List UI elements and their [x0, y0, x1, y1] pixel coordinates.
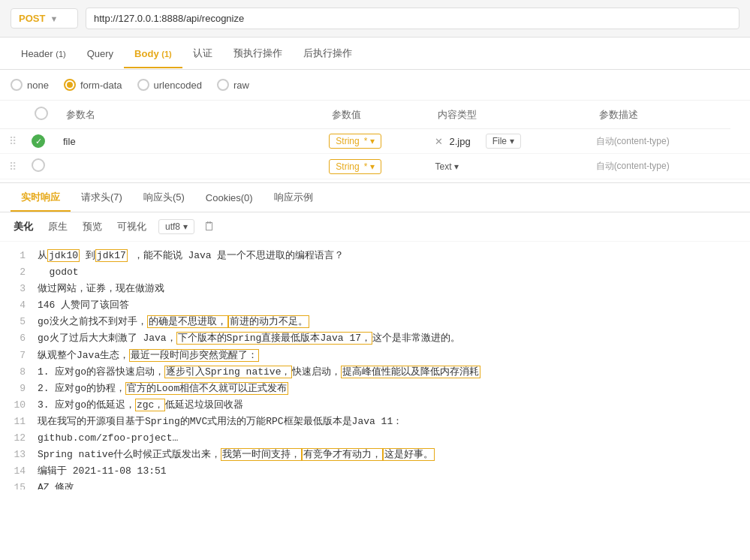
response-tabs: 实时响应 请求头(7) 响应头(5) Cookies(0) 响应示例	[0, 183, 750, 212]
rtab-realtime[interactable]: 实时响应	[11, 183, 71, 212]
code-line-15: 15 AZ 修改	[11, 480, 739, 489]
row2-desc-cell	[730, 154, 750, 179]
col-param-value: 参数值	[323, 101, 429, 129]
tab-header-label: Header	[21, 48, 56, 59]
table-row: ⠿ ✓ String * ▾ ✕ 2.jpg	[0, 129, 750, 154]
method-dropdown-arrow: ▼	[50, 14, 58, 23]
radio-urlencoded-circle	[137, 79, 149, 91]
method-label: POST	[19, 13, 45, 24]
row1-file-name: 2.jpg	[449, 136, 470, 147]
row1-file-arrow: ▾	[510, 136, 514, 146]
row1-type-label: String	[336, 136, 359, 146]
url-bar: POST ▼	[0, 0, 750, 38]
row1-file-remove[interactable]: ✕	[435, 136, 443, 147]
code-line-1: 1 从jdk10 到jdk17 ，能不能说 Java 是一个不思进取的编程语言？	[11, 248, 739, 264]
method-select[interactable]: POST ▼	[11, 8, 78, 29]
tab-body-badge: (1)	[161, 50, 171, 59]
row1-checkbox[interactable]: ✓	[26, 129, 57, 154]
row2-type-label: String	[336, 161, 359, 172]
row1-name-cell	[57, 129, 323, 154]
row1-required-star: *	[364, 136, 368, 146]
params-section: 参数名 参数值 内容类型 参数描述 ⠿ ✓ String *	[0, 101, 750, 179]
select-all-checkbox[interactable]	[35, 107, 48, 120]
code-line-6: 6 go火了过后大大刺激了 Java，下个版本的Spring直接最低版本Java…	[11, 330, 739, 347]
response-section: 实时响应 请求头(7) 响应头(5) Cookies(0) 响应示例 美化 原生…	[0, 182, 750, 489]
rtab-example[interactable]: 响应示例	[264, 183, 324, 212]
tab-body[interactable]: Body (1)	[124, 39, 182, 68]
code-area: 1 从jdk10 到jdk17 ，能不能说 Java 是一个不思进取的编程语言？…	[0, 242, 750, 489]
fmt-encoding-select[interactable]: utf8 ▾	[158, 219, 194, 234]
fmt-raw[interactable]: 原生	[45, 218, 71, 235]
fmt-copy-button[interactable]: 🗒	[203, 220, 215, 233]
tab-header-badge: (1)	[56, 50, 65, 59]
tab-post-exec[interactable]: 后执行操作	[293, 38, 363, 69]
fmt-beautify[interactable]: 美化	[11, 218, 36, 235]
row2-value-cell: Text ▾	[429, 154, 589, 179]
row1-file-badge: ✕ 2.jpg File ▾	[435, 134, 521, 149]
code-line-10: 10 3. 应对go的低延迟，zgc，低延迟垃圾回收器	[11, 397, 739, 414]
row2-name-input[interactable]	[63, 161, 213, 172]
row1-content-type: 自动(content-type)	[596, 136, 670, 146]
row2-text-select[interactable]: Text ▾	[435, 161, 459, 172]
tab-auth-label: 认证	[193, 47, 212, 59]
row1-value-cell: ✕ 2.jpg File ▾	[429, 129, 589, 154]
format-bar: 美化 原生 预览 可视化 utf8 ▾ 🗒	[0, 212, 750, 242]
rtab-cookies-label: Cookies(0)	[206, 192, 253, 203]
request-tabs: Header (1) Query Body (1) 认证 预执行操作 后执行操作	[0, 38, 750, 70]
drag-handle-1[interactable]: ⠿	[0, 129, 26, 154]
row1-desc-cell	[730, 129, 750, 154]
radio-urlencoded[interactable]: urlencoded	[137, 79, 202, 91]
row2-type-badge[interactable]: String * ▾	[329, 159, 381, 174]
code-line-3: 3 做过网站，证券，现在做游戏	[11, 281, 739, 297]
rtab-request-headers-label: 请求头(7)	[81, 191, 122, 203]
row1-file-select[interactable]: File ▾	[486, 134, 521, 149]
row2-content-type-cell: 自动(content-type)	[590, 154, 730, 179]
row2-type-arrow: ▾	[370, 161, 375, 172]
radio-raw-circle	[217, 79, 229, 91]
row1-type-arrow: ▾	[370, 136, 375, 146]
rtab-request-headers[interactable]: 请求头(7)	[71, 183, 133, 212]
radio-none[interactable]: none	[11, 79, 49, 91]
col-param-name: 参数名	[57, 101, 323, 129]
table-row: ⠿ String * ▾ Text ▾	[0, 154, 750, 179]
drag-handle-2[interactable]: ⠿	[0, 154, 26, 179]
radio-none-label: none	[27, 80, 49, 91]
rtab-cookies[interactable]: Cookies(0)	[195, 185, 264, 211]
row1-check-icon: ✓	[32, 134, 45, 148]
radio-urlencoded-label: urlencoded	[154, 80, 202, 91]
rtab-realtime-label: 实时响应	[21, 191, 60, 203]
col-drag	[0, 101, 26, 129]
row2-checkbox[interactable]	[26, 154, 57, 179]
row2-text-label: Text	[435, 161, 451, 172]
body-type-row: none form-data urlencoded raw	[0, 70, 750, 101]
fmt-encoding-label: utf8	[165, 221, 180, 232]
code-line-5: 5 go没火之前找不到对手，的确是不思进取，前进的动力不足。	[11, 314, 739, 330]
tab-query-label: Query	[87, 48, 113, 59]
radio-raw[interactable]: raw	[217, 79, 249, 91]
code-line-8: 8 1. 应对go的容器快速启动，逐步引入Spring native，快速启动，…	[11, 364, 739, 381]
radio-formdata-circle	[64, 79, 76, 91]
tab-body-label: Body	[134, 48, 161, 59]
tab-auth[interactable]: 认证	[182, 38, 223, 69]
rtab-response-headers[interactable]: 响应头(5)	[133, 183, 195, 212]
code-line-9: 9 2. 应对go的协程，官方的Loom相信不久就可以正式发布	[11, 381, 739, 397]
fmt-preview[interactable]: 预览	[80, 218, 105, 235]
fmt-visual[interactable]: 可视化	[114, 218, 149, 235]
radio-formdata[interactable]: form-data	[64, 79, 122, 91]
radio-none-circle	[11, 79, 23, 91]
code-line-2: 2 godot	[11, 264, 739, 281]
radio-formdata-label: form-data	[80, 80, 122, 91]
radio-raw-label: raw	[233, 80, 249, 91]
tab-query[interactable]: Query	[77, 39, 124, 68]
col-description: 参数描述	[590, 101, 730, 129]
row1-name-input[interactable]	[63, 136, 213, 147]
url-input[interactable]	[86, 8, 739, 29]
rtab-response-headers-label: 响应头(5)	[143, 191, 185, 203]
code-line-12: 12 github.com/zfoo-project…	[11, 430, 739, 447]
tab-pre-exec[interactable]: 预执行操作	[223, 38, 293, 69]
rtab-example-label: 响应示例	[274, 191, 313, 203]
row1-type-badge[interactable]: String * ▾	[329, 134, 381, 149]
tab-header[interactable]: Header (1)	[11, 39, 77, 68]
row2-check-icon	[32, 158, 45, 172]
code-line-7: 7 纵观整个Java生态，最近一段时间步突然觉醒了：	[11, 348, 739, 364]
